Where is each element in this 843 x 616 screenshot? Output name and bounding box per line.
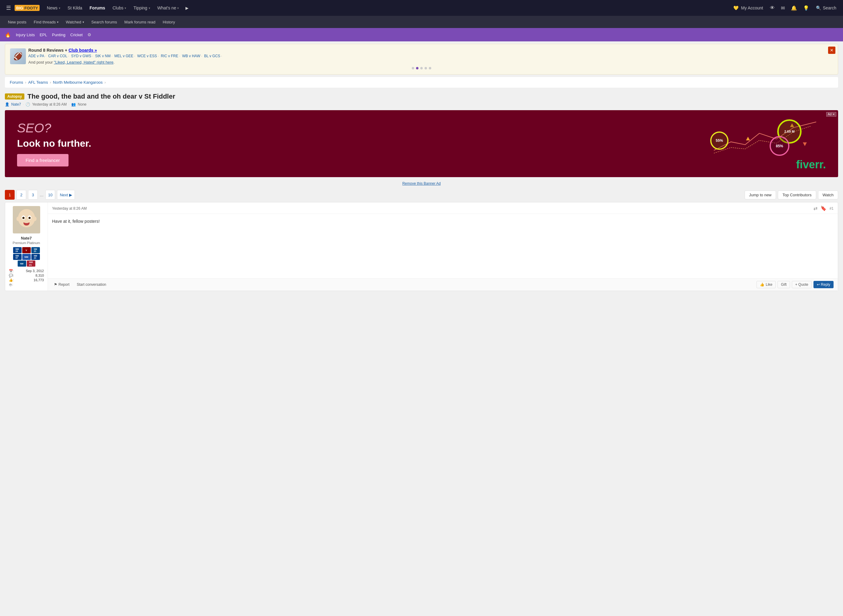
ad-label[interactable]: Ad ✕ [826, 112, 836, 117]
reply-button[interactable]: ↩ Reply [814, 281, 834, 288]
match-wb-haw[interactable]: WB v HAW [182, 54, 200, 58]
like-button[interactable]: 👍 Like [756, 281, 776, 288]
announcement-title: Round 8 Reviews + Club boards » [28, 48, 833, 53]
chevron-down-icon: ▾ [177, 6, 179, 10]
flag-icon: ⚑ [54, 282, 57, 287]
nav-stkilda[interactable]: St Kilda [65, 3, 85, 13]
svg-point-10 [24, 221, 29, 223]
post-username[interactable]: Nate7 [21, 236, 32, 241]
carousel-dot-3[interactable] [420, 67, 423, 69]
carousel-dot-2[interactable] [416, 67, 418, 69]
purple-punting[interactable]: Punting [52, 32, 65, 37]
user-stats: 📅: Sep 3, 2012 💬: 8,310 👍: 16,773 🏟: [9, 269, 44, 287]
chevron-down-icon: ▾ [59, 6, 60, 10]
breadcrumb-sep-1: › [25, 80, 26, 85]
post-text: Have at it, fellow posters! [52, 218, 834, 224]
gift-button[interactable]: Gift [778, 281, 790, 288]
report-button[interactable]: ⚑ Report [52, 281, 71, 288]
badge-red: NM21 [27, 261, 35, 267]
search-button[interactable]: 🔍 Search [813, 4, 839, 12]
match-bl-gcs[interactable]: BL v GCS [204, 54, 220, 58]
badge-nm-alt1: NM23 [31, 247, 40, 253]
match-ric-fre[interactable]: RIC v FRE [161, 54, 178, 58]
bookmark-icon-button[interactable]: 🔖 [821, 205, 827, 211]
sub-nav-find-threads[interactable]: Find threads ▾ [31, 18, 62, 26]
match-mel-gee[interactable]: MEL v GEE [115, 54, 133, 58]
breadcrumb-afl-teams[interactable]: AFL Teams [28, 80, 48, 85]
post-header-actions: ⇄ 🔖 #1 [814, 205, 834, 211]
carousel-dot-1[interactable] [412, 67, 414, 69]
mail-icon-button[interactable]: ✉ [778, 3, 787, 13]
clubs-label: 🏟: [9, 283, 13, 286]
sub-nav-watched[interactable]: Watched ▾ [63, 18, 87, 26]
nav-clubs[interactable]: Clubs ▾ [109, 3, 129, 13]
next-page-button[interactable]: Next ▶ [57, 190, 75, 199]
close-announcement-button[interactable]: ✕ [828, 47, 836, 54]
sub-nav-mark-read[interactable]: Mark forums read [121, 18, 158, 26]
match-car-col[interactable]: CAR v COL [48, 54, 67, 58]
ad-cta-button[interactable]: Find a freelancer [17, 154, 69, 166]
club-boards-link[interactable]: Club boards » [69, 48, 97, 53]
sub-nav-new-posts[interactable]: New posts [5, 18, 29, 26]
eye-icon-button[interactable]: 👁 [768, 3, 777, 13]
chevron-down-icon: ▾ [125, 6, 126, 10]
gear-icon[interactable]: ⚙ [87, 32, 91, 37]
ad-brand[interactable]: fiverr. [796, 158, 826, 171]
page-2-button[interactable]: 2 [16, 190, 26, 199]
ad-seo-text: SEO? [17, 121, 91, 135]
post-body: Have at it, fellow posters! [48, 214, 838, 278]
watch-button[interactable]: Watch [818, 191, 838, 199]
liked-learned-hated-link[interactable]: "Liked, Learned, Hated" right here [54, 60, 113, 65]
sub-nav: New posts Find threads ▾ Watched ▾ Searc… [0, 16, 843, 28]
breadcrumb-forums[interactable]: Forums [10, 80, 23, 85]
sub-nav-search-forums[interactable]: Search forums [88, 18, 120, 26]
match-ade-pa[interactable]: ADE v PA [28, 54, 44, 58]
nav-expand-button[interactable]: ▶ [183, 3, 191, 13]
post-sidebar: Nate7 Premium Platinum NM24 V NM23 NM97 … [5, 202, 48, 290]
logo-footy: FOOTY [24, 6, 38, 10]
user-avatar [13, 206, 40, 233]
hamburger-button[interactable]: ☰ [4, 2, 13, 14]
sub-nav-history[interactable]: History [160, 18, 178, 26]
site-logo[interactable]: BIG FOOTY [15, 5, 40, 11]
bell-icon-button[interactable]: 🔔 [789, 3, 799, 13]
page-3-button[interactable]: 3 [28, 190, 38, 199]
svg-marker-2 [803, 142, 807, 146]
lightbulb-icon-button[interactable]: 💡 [801, 3, 812, 13]
nav-news[interactable]: News ▾ [44, 3, 63, 13]
page-10-button[interactable]: 10 [46, 190, 55, 199]
chevron-down-icon: ▾ [57, 21, 59, 24]
start-conversation-button[interactable]: Start conversation [75, 281, 108, 288]
match-syd-gws[interactable]: SYD v GWS [71, 54, 91, 58]
remove-banner-link[interactable]: Remove this Banner Ad [0, 180, 843, 188]
post-number: #1 [830, 206, 834, 211]
ad-tagline: Look no further. [17, 138, 91, 149]
match-wce-ess[interactable]: WCE v ESS [137, 54, 157, 58]
purple-cricket[interactable]: Cricket [71, 32, 82, 37]
nav-my-account[interactable]: 💛 My Account [730, 3, 766, 13]
share-icon-button[interactable]: ⇄ [814, 205, 817, 211]
quote-button[interactable]: + Quote [792, 281, 812, 288]
page-dots: … [40, 193, 44, 197]
announcement-avatar: 🏈 [10, 48, 26, 64]
ad-right-content: 2.69 M 55% 85% fiverr. [704, 116, 826, 171]
purple-epl[interactable]: EPL [40, 32, 47, 37]
joined-value: Sep 3, 2012 [26, 269, 44, 273]
chevron-down-icon: ▾ [82, 21, 84, 24]
carousel-dot-4[interactable] [425, 67, 427, 69]
carousel-dot-5[interactable] [429, 67, 431, 69]
breadcrumb-north-melbourne[interactable]: North Melbourne Kangaroos [53, 80, 103, 85]
top-contributors-button[interactable]: Top Contributors [778, 191, 816, 199]
post-footer-left: ⚑ Report Start conversation [52, 281, 108, 288]
thread-viewers: None [78, 102, 87, 107]
nav-whats-new[interactable]: What's ne ▾ [154, 3, 182, 13]
carousel-dots [10, 67, 833, 69]
jump-to-new-button[interactable]: Jump to new [744, 191, 776, 199]
post-container: Nate7 Premium Platinum NM24 V NM23 NM97 … [5, 202, 838, 291]
page-1-button[interactable]: 1 [5, 190, 15, 199]
nav-tipping[interactable]: Tipping ▾ [130, 3, 153, 13]
match-stk-nm[interactable]: StK v NM [95, 54, 110, 58]
nav-forums[interactable]: Forums [87, 3, 108, 13]
purple-injury-lists[interactable]: Injury Lists [16, 32, 35, 37]
thread-author[interactable]: Nate7 [11, 102, 21, 107]
